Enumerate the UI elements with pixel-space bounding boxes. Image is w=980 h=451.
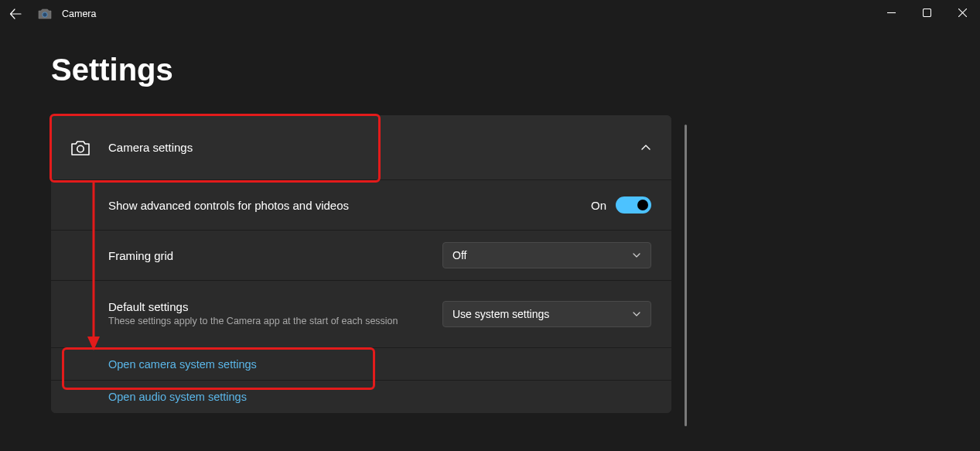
open-camera-system-settings-link[interactable]: Open camera system settings (108, 358, 257, 371)
default-settings-label: Default settings (108, 300, 398, 313)
maximize-button[interactable] (909, 0, 944, 25)
chevron-up-icon (640, 142, 651, 153)
framing-grid-select[interactable]: Off (442, 242, 651, 268)
svg-point-5 (77, 145, 84, 152)
scrollbar[interactable] (685, 125, 687, 426)
camera-app-icon (37, 8, 53, 20)
camera-icon (71, 139, 90, 156)
default-settings-value: Use system settings (452, 308, 549, 320)
chevron-down-icon (632, 251, 641, 260)
framing-grid-value: Off (452, 249, 466, 261)
arrow-left-icon (9, 8, 22, 20)
minimize-button[interactable] (873, 0, 909, 25)
maximize-icon (923, 9, 931, 17)
framing-grid-label: Framing grid (108, 249, 173, 262)
close-button[interactable] (944, 0, 980, 25)
advanced-controls-toggle[interactable] (616, 196, 651, 214)
titlebar: Camera (0, 0, 980, 28)
page-title: Settings (51, 53, 929, 87)
back-button[interactable] (5, 3, 26, 25)
minimize-icon (887, 9, 896, 17)
camera-settings-panel: Camera settings Show advanced controls f… (51, 115, 671, 413)
advanced-controls-state-label: On (591, 199, 606, 212)
advanced-controls-label: Show advanced controls for photos and vi… (108, 199, 349, 212)
svg-rect-2 (923, 9, 930, 16)
framing-grid-row: Framing grid Off (51, 231, 671, 281)
default-settings-sub: These settings apply to the Camera app a… (108, 315, 398, 328)
default-settings-row: Default settings These settings apply to… (51, 281, 671, 348)
camera-settings-header[interactable]: Camera settings (51, 115, 671, 180)
chevron-down-icon (632, 309, 641, 319)
advanced-controls-row: Show advanced controls for photos and vi… (51, 180, 671, 231)
open-audio-system-settings-link[interactable]: Open audio system settings (108, 391, 247, 403)
svg-point-0 (43, 12, 47, 17)
default-settings-select[interactable]: Use system settings (442, 301, 651, 327)
app-title: Camera (62, 9, 96, 19)
close-icon (958, 9, 967, 17)
open-camera-system-settings-row[interactable]: Open camera system settings (51, 348, 671, 381)
camera-settings-header-label: Camera settings (108, 141, 193, 154)
open-audio-system-settings-row[interactable]: Open audio system settings (51, 381, 671, 413)
